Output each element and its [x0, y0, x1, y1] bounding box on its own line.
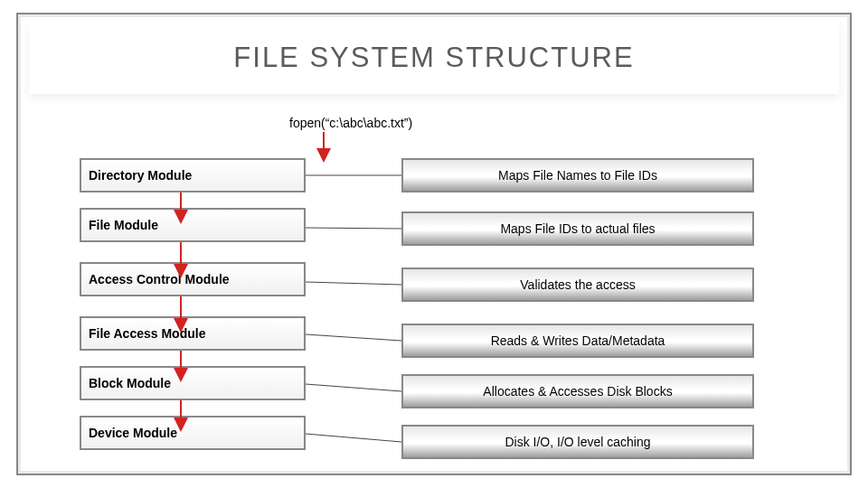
module-directory: Directory Module: [80, 158, 306, 192]
module-file-access: File Access Module: [80, 316, 306, 351]
module-access-control: Access Control Module: [80, 262, 306, 296]
page-title: FILE SYSTEM STRUCTURE: [233, 42, 634, 74]
title-container: FILE SYSTEM STRUCTURE: [29, 22, 839, 94]
desc-directory: Maps File Names to File IDs: [401, 158, 754, 192]
module-block: Block Module: [80, 366, 306, 400]
desc-file-access: Reads & Writes Data/Metadata: [401, 324, 754, 358]
desc-device: Disk I/O, I/O level caching: [401, 425, 754, 459]
fopen-call-label: fopen(“c:\abc\abc.txt”): [289, 116, 412, 130]
desc-file: Maps File IDs to actual files: [401, 211, 754, 246]
desc-block: Allocates & Accesses Disk Blocks: [401, 374, 754, 408]
module-device: Device Module: [80, 416, 306, 450]
module-file: File Module: [80, 208, 306, 242]
desc-access-control: Validates the access: [401, 267, 754, 302]
